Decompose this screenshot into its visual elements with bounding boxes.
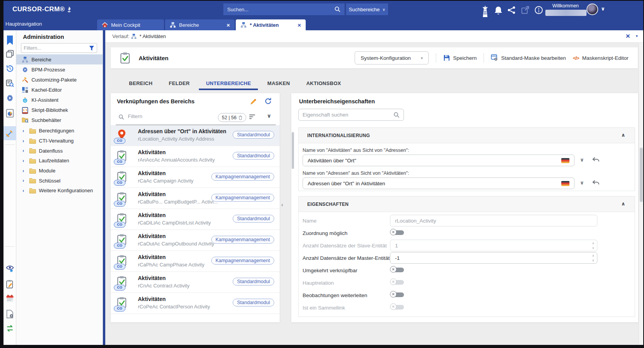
- filter-funnel-icon[interactable]: [89, 45, 94, 51]
- admin-tools-icon[interactable]: [6, 129, 14, 137]
- history-icon[interactable]: [6, 64, 14, 73]
- list-item[interactable]: CO Aktivitäten rCaOutAc CampOutbound Act…: [111, 230, 280, 251]
- sidebar-item[interactable]: KI-Assistent: [16, 95, 103, 105]
- property-input[interactable]: [395, 255, 589, 261]
- sidebar-item[interactable]: Skript-Bibliothek: [16, 105, 103, 115]
- share-icon[interactable]: [507, 6, 516, 14]
- process-gear-icon[interactable]: [6, 94, 14, 102]
- clipboard-edit-icon[interactable]: [6, 280, 14, 288]
- tab-bereiche[interactable]: Bereiche ×: [165, 19, 235, 30]
- configuration-select[interactable]: System-Konfiguration ▾: [355, 51, 428, 64]
- property-input[interactable]: [395, 218, 589, 224]
- sidebar-item[interactable]: Kachel-Editor: [16, 85, 103, 95]
- chevron-right-icon[interactable]: ›: [23, 188, 26, 193]
- sidebar-folder-item[interactable]: › Berechtigungen: [16, 126, 103, 136]
- section-header[interactable]: INTERNATIONALISIERUNG ∧: [299, 128, 635, 143]
- sidebar-folder-item[interactable]: › CTI-Verwaltung: [16, 136, 103, 146]
- edit-pencil-icon[interactable]: [250, 98, 257, 105]
- page-tab[interactable]: BEREICH: [129, 76, 153, 90]
- document-settings-icon[interactable]: [6, 310, 14, 318]
- i18n-input[interactable]: [308, 181, 559, 186]
- page-tab[interactable]: FELDER: [169, 76, 190, 90]
- sidebar-folder-item[interactable]: › Datenfluss: [16, 146, 103, 156]
- global-search-input[interactable]: [227, 7, 334, 12]
- sidebar-item[interactable]: Suchbehälter: [16, 115, 103, 125]
- toggle-switch[interactable]: ×: [390, 303, 405, 311]
- sidebar-folder-item[interactable]: › Weitere Konfigurationen: [16, 186, 103, 196]
- section-header[interactable]: EIGENSCHAFTEN ∧: [299, 197, 635, 212]
- close-tab-icon[interactable]: ×: [298, 22, 301, 28]
- clear-filter-icon[interactable]: [238, 115, 242, 120]
- edit-mask-button[interactable]: Standard-Maske bearbeiten: [491, 54, 566, 61]
- sort-icon[interactable]: [249, 114, 256, 120]
- list-item[interactable]: CO Adressen über "Ort" in Aktivitäten rL…: [111, 125, 280, 146]
- undo-icon[interactable]: [592, 179, 600, 186]
- sidebar-item[interactable]: BPM-Prozesse: [16, 64, 103, 75]
- list-item[interactable]: CO Aktivitäten rCaDiLiAc CampDistrList A…: [111, 209, 280, 230]
- notifications-bell-icon[interactable]: [494, 6, 503, 14]
- search-icon[interactable]: [334, 6, 341, 12]
- page-tab[interactable]: MASKEN: [267, 76, 290, 90]
- chevron-right-icon[interactable]: ›: [23, 148, 26, 153]
- breadcrumb-item[interactable]: * Aktivitäten: [139, 33, 166, 39]
- refresh-icon[interactable]: [265, 97, 272, 105]
- chevron-right-icon[interactable]: ›: [23, 128, 26, 134]
- more-options-icon[interactable]: [534, 6, 543, 14]
- report-document-icon[interactable]: [6, 109, 14, 117]
- search-icon[interactable]: [393, 112, 400, 118]
- property-search-input[interactable]: [303, 112, 393, 118]
- tab-aktivitaeten[interactable]: * Aktivitäten ×: [236, 19, 306, 30]
- windows-icon[interactable]: [6, 50, 14, 58]
- panel-collapse-icon[interactable]: ‹: [281, 201, 283, 208]
- list-item[interactable]: CO Aktivitäten rAnAccAc AnnualAccounts A…: [111, 146, 280, 167]
- close-view-icon[interactable]: ×: [626, 32, 630, 40]
- breadcrumb-caret-icon[interactable]: ▾: [636, 34, 638, 38]
- watch-favorites-icon[interactable]: [6, 265, 14, 273]
- open-external-icon[interactable]: [521, 6, 529, 14]
- sidebar-folder-item[interactable]: › Module: [16, 166, 103, 176]
- bookmarks-icon[interactable]: [6, 35, 14, 43]
- page-tab[interactable]: UNTERBEREICHE: [206, 76, 251, 90]
- toggle-switch[interactable]: ×: [390, 291, 405, 298]
- toggle-switch[interactable]: ×: [390, 229, 405, 236]
- page-tab[interactable]: AKTIONSBOX: [306, 76, 341, 90]
- sidebar-folder-item[interactable]: › Laufzeitdaten: [16, 156, 103, 166]
- i18n-input[interactable]: [308, 158, 559, 164]
- save-button[interactable]: Speichern: [443, 54, 477, 61]
- toggle-switch[interactable]: ×: [390, 278, 405, 286]
- chevron-up-icon[interactable]: ∧: [621, 201, 625, 207]
- chevron-down-icon[interactable]: ∨: [580, 157, 584, 163]
- avatar[interactable]: [587, 3, 598, 15]
- list-item[interactable]: CO Aktivitäten rCoPeAc ContactPerson Act…: [111, 293, 280, 314]
- chevron-right-icon[interactable]: ›: [23, 178, 26, 183]
- number-spinner[interactable]: ∧∨: [592, 241, 594, 251]
- user-menu-chevron-icon[interactable]: ∨: [601, 6, 605, 12]
- property-input[interactable]: [395, 243, 589, 249]
- result-count-badge[interactable]: 52 | 56: [218, 113, 246, 122]
- list-item[interactable]: CO Aktivitäten rCaBuPo... CampBudgetP...…: [111, 188, 280, 209]
- sidebar-folder-item[interactable]: › Schlüssel: [16, 176, 103, 186]
- mask-script-editor-button[interactable]: </> Maskenskript-Editor: [573, 55, 628, 61]
- scrollbar-thumb[interactable]: [640, 148, 643, 202]
- sidebar-item[interactable]: Customizing-Pakete: [16, 75, 103, 85]
- list-search-icon[interactable]: [6, 79, 14, 87]
- links-filter-input[interactable]: [128, 113, 202, 119]
- chevron-right-icon[interactable]: ›: [23, 158, 26, 164]
- list-item[interactable]: CO Aktivitäten rCaPhAc CampPhase Activit…: [111, 251, 280, 272]
- chevron-down-icon[interactable]: ∨: [267, 113, 271, 119]
- search-scope-button[interactable]: Suchbereiche∨: [346, 3, 388, 15]
- list-item[interactable]: CO Aktivitäten rCaAc Campaign Activity K…: [111, 167, 280, 188]
- chevron-right-icon[interactable]: ›: [23, 138, 26, 144]
- close-tab-icon[interactable]: ×: [226, 22, 230, 28]
- sidebar-filter-input[interactable]: [24, 45, 89, 51]
- chevron-right-icon[interactable]: ›: [23, 168, 26, 174]
- calendar-icon[interactable]: [6, 294, 14, 303]
- toggle-switch[interactable]: ×: [390, 266, 405, 273]
- panel-scrollbar-thumb[interactable]: [292, 132, 294, 169]
- list-item[interactable]: CO Aktivitäten rCnAc Contract Activity S…: [111, 272, 280, 293]
- chevron-down-icon[interactable]: ∨: [580, 180, 584, 186]
- tab-mein-cockpit[interactable]: Mein Cockpit: [97, 19, 164, 30]
- main-scrollbar[interactable]: [639, 43, 643, 345]
- sidebar-item[interactable]: Bereiche: [16, 54, 103, 64]
- sync-swap-icon[interactable]: [6, 325, 14, 333]
